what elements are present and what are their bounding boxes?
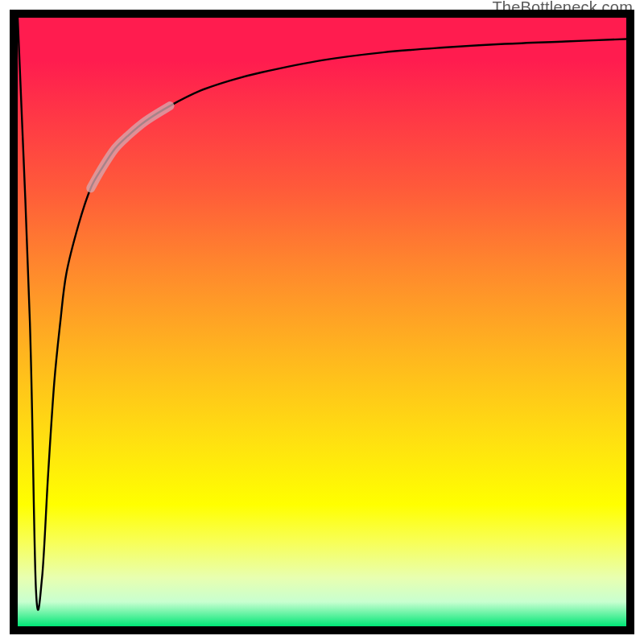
curve-highlight-segment	[91, 106, 170, 188]
plot-inner	[18, 18, 626, 626]
chart-frame: TheBottleneck.com	[0, 0, 644, 644]
curve-svg	[18, 18, 626, 626]
bottleneck-curve	[18, 18, 626, 610]
plot-border	[10, 10, 634, 634]
